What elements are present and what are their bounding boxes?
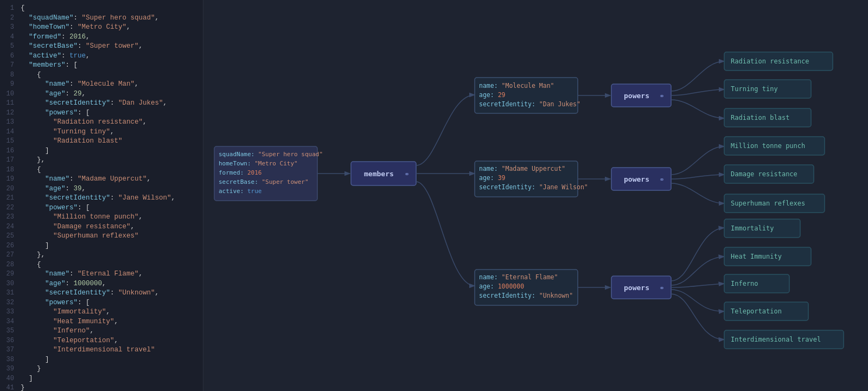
line-number: 28 bbox=[0, 261, 21, 268]
line-content: "powers": [ bbox=[21, 109, 90, 117]
line-number: 18 bbox=[0, 166, 21, 174]
line-content: ] bbox=[21, 375, 33, 382]
code-line: 14 "Turning tiny", bbox=[0, 128, 203, 138]
line-number: 7 bbox=[0, 61, 21, 69]
code-line: 10 "age": 29, bbox=[0, 90, 203, 100]
svg-text:Million tonne punch: Million tonne punch bbox=[731, 142, 805, 150]
line-content: { bbox=[21, 71, 41, 79]
svg-text:Damage resistance: Damage resistance bbox=[731, 170, 797, 178]
power-inferno: Inferno bbox=[724, 274, 789, 293]
code-line: 30 "age": 1000000, bbox=[0, 280, 203, 290]
line-content: "Superhuman reflexes" bbox=[21, 232, 139, 240]
svg-text:secretIdentity: "Dan Jukes": secretIdentity: "Dan Jukes" bbox=[479, 100, 580, 108]
line-number: 15 bbox=[0, 137, 21, 145]
line-content: "Immortality", bbox=[21, 308, 110, 316]
code-line: 2 "squadName": "Super hero squad", bbox=[0, 14, 203, 24]
svg-text:Turning tiny: Turning tiny bbox=[731, 85, 778, 93]
line-number: 20 bbox=[0, 185, 21, 193]
code-line: 24 "Damage resistance", bbox=[0, 223, 203, 233]
line-number: 6 bbox=[0, 52, 21, 60]
line-content: }, bbox=[21, 251, 45, 259]
line-content: "Radiation blast" bbox=[21, 137, 123, 145]
line-content: } bbox=[21, 384, 25, 391]
graph-svg: squadName: "Super hero squad" homeTown: … bbox=[203, 0, 868, 391]
code-line: 3 "homeTown": "Metro City", bbox=[0, 23, 203, 33]
svg-text:formed: 2016: formed: 2016 bbox=[219, 169, 261, 176]
power-interdimensional-travel: Interdimensional travel bbox=[724, 330, 844, 349]
line-content: "age": 29, bbox=[21, 90, 86, 98]
line-number: 8 bbox=[0, 71, 21, 79]
line-content: { bbox=[21, 261, 41, 268]
svg-text:Radiation resistance: Radiation resistance bbox=[731, 57, 809, 65]
line-number: 25 bbox=[0, 232, 21, 240]
svg-text:Heat Immunity: Heat Immunity bbox=[731, 253, 782, 260]
line-content: } bbox=[21, 365, 41, 373]
power-radiation-blast: Radiation blast bbox=[724, 108, 811, 127]
svg-text:⚭: ⚭ bbox=[659, 93, 665, 100]
svg-text:powers: powers bbox=[624, 92, 649, 100]
line-number: 39 bbox=[0, 365, 21, 373]
svg-text:squadName: "Super hero squad": squadName: "Super hero squad" bbox=[219, 151, 323, 158]
svg-text:Interdimensional travel: Interdimensional travel bbox=[731, 336, 821, 343]
powers-2-node: powers ⚭ bbox=[611, 168, 671, 190]
line-content: "Teleportation", bbox=[21, 337, 118, 344]
code-line: 29 "name": "Eternal Flame", bbox=[0, 270, 203, 280]
svg-text:age: 39: age: 39 bbox=[479, 174, 506, 182]
code-line: 15 "Radiation blast" bbox=[0, 137, 203, 147]
svg-text:name: "Eternal Flame": name: "Eternal Flame" bbox=[479, 273, 558, 281]
code-line: 20 "age": 39, bbox=[0, 185, 203, 195]
line-number: 29 bbox=[0, 270, 21, 278]
line-number: 23 bbox=[0, 213, 21, 221]
line-number: 12 bbox=[0, 109, 21, 117]
line-number: 10 bbox=[0, 90, 21, 98]
svg-text:secretIdentity: "Jane Wilson": secretIdentity: "Jane Wilson" bbox=[479, 183, 588, 191]
member-3-node: name: "Eternal Flame" age: 1000000 secre… bbox=[475, 270, 578, 305]
line-content: ] bbox=[21, 147, 49, 155]
svg-text:name: "Molecule Man": name: "Molecule Man" bbox=[479, 82, 554, 89]
line-number: 16 bbox=[0, 147, 21, 155]
svg-text:name: "Madame Uppercut": name: "Madame Uppercut" bbox=[479, 165, 565, 172]
line-number: 37 bbox=[0, 346, 21, 354]
code-line: 12 "powers": [ bbox=[0, 109, 203, 119]
code-line: 39 } bbox=[0, 365, 203, 375]
line-content: "powers": [ bbox=[21, 204, 90, 211]
code-line: 8 { bbox=[0, 71, 203, 81]
svg-text:secretBase: "Super tower": secretBase: "Super tower" bbox=[219, 178, 309, 185]
power-heat-immunity: Heat Immunity bbox=[724, 247, 811, 266]
line-content: }, bbox=[21, 156, 45, 164]
line-content: "secretIdentity": "Unknown", bbox=[21, 289, 159, 297]
code-line: 31 "secretIdentity": "Unknown", bbox=[0, 289, 203, 299]
line-content: "Radiation resistance", bbox=[21, 118, 147, 126]
line-number: 14 bbox=[0, 128, 21, 136]
code-line: 33 "Immortality", bbox=[0, 308, 203, 318]
line-number: 9 bbox=[0, 80, 21, 88]
line-number: 24 bbox=[0, 223, 21, 230]
line-content: ] bbox=[21, 242, 49, 249]
code-line: 13 "Radiation resistance", bbox=[0, 118, 203, 128]
svg-text:⚭: ⚭ bbox=[659, 176, 665, 184]
code-line: 35 "Inferno", bbox=[0, 327, 203, 337]
line-number: 38 bbox=[0, 356, 21, 363]
code-editor: 1{2 "squadName": "Super hero squad",3 "h… bbox=[0, 0, 203, 391]
line-content: "Million tonne punch", bbox=[21, 213, 143, 221]
code-line: 25 "Superhuman reflexes" bbox=[0, 232, 203, 242]
code-line: 19 "name": "Madame Uppercut", bbox=[0, 175, 203, 185]
line-number: 21 bbox=[0, 194, 21, 202]
code-line: 28 { bbox=[0, 261, 203, 271]
svg-text:Immortality: Immortality bbox=[731, 225, 774, 232]
svg-text:powers: powers bbox=[624, 175, 649, 183]
member-2-node: name: "Madame Uppercut" age: 39 secretId… bbox=[475, 161, 588, 197]
svg-text:Inferno: Inferno bbox=[731, 280, 758, 287]
line-number: 13 bbox=[0, 118, 21, 126]
line-number: 41 bbox=[0, 384, 21, 391]
code-line: 9 "name": "Molecule Man", bbox=[0, 80, 203, 90]
line-content: "squadName": "Super hero squad", bbox=[21, 14, 159, 22]
power-superhuman-reflexes: Superhuman reflexes bbox=[724, 194, 825, 213]
line-content: "homeTown": "Metro City", bbox=[21, 23, 131, 31]
line-number: 5 bbox=[0, 42, 21, 50]
line-number: 30 bbox=[0, 280, 21, 287]
svg-text:active: true: active: true bbox=[219, 188, 261, 195]
code-line: 11 "secretIdentity": "Dan Jukes", bbox=[0, 99, 203, 109]
code-line: 34 "Heat Immunity", bbox=[0, 318, 203, 328]
power-turning-tiny: Turning tiny bbox=[724, 80, 811, 98]
